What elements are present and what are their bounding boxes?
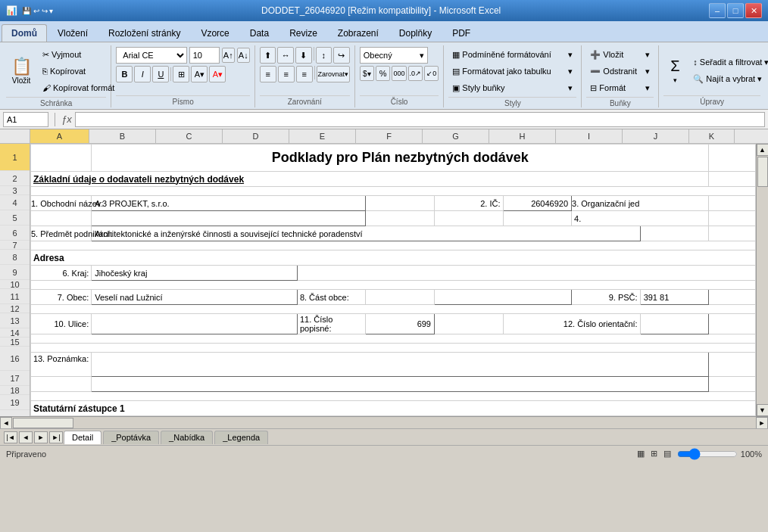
cell-a7[interactable]	[31, 241, 756, 250]
cell-b17[interactable]	[92, 377, 709, 392]
cell-e9[interactable]	[297, 266, 755, 281]
cell-f4[interactable]	[366, 196, 435, 211]
sheet-tab-legenda[interactable]: _Legenda	[214, 431, 268, 444]
maximize-button[interactable]: □	[727, 3, 744, 18]
cell-g11[interactable]	[434, 290, 571, 305]
cell-k1[interactable]	[709, 145, 756, 172]
thousands-button[interactable]: 000	[392, 66, 406, 81]
cell-a1[interactable]	[31, 145, 92, 172]
format-as-table-button[interactable]: ▤ Formátovat jako tabulku ▾	[448, 64, 576, 79]
cell-styles-button[interactable]: ▣ Styly buňky ▾	[448, 80, 576, 95]
cell-j13[interactable]	[640, 314, 709, 334]
vertical-scrollbar[interactable]: ▲ ▼	[756, 144, 768, 416]
sheet-nav-next[interactable]: ►	[34, 431, 48, 443]
cell-b5[interactable]	[92, 211, 366, 226]
zoom-slider[interactable]	[677, 448, 738, 460]
scroll-thumb[interactable]	[757, 157, 768, 187]
cell-b13[interactable]	[92, 314, 298, 334]
cut-button[interactable]: ✂ Vyjmout	[39, 47, 118, 62]
cell-b11[interactable]: Veselí nad Lužnicí	[92, 290, 298, 305]
col-header-c[interactable]: C	[156, 129, 223, 143]
insert-cells-button[interactable]: ➕ Vložit ▾	[586, 47, 654, 62]
cell-b4[interactable]: A 3 PROJEKT, s.r.o.	[92, 196, 366, 211]
paste-button[interactable]: 📋 Vložit	[6, 50, 36, 92]
sheet-tab-detail[interactable]: Detail	[64, 431, 101, 444]
col-header-h[interactable]: H	[489, 129, 556, 143]
col-header-k[interactable]: K	[689, 129, 735, 143]
cell-a13[interactable]: 10. Ulice:	[31, 314, 92, 334]
sheet-tab-nabidka[interactable]: _Nabídka	[161, 431, 213, 444]
cell-k6[interactable]	[709, 226, 756, 241]
tab-page-layout[interactable]: Rozložení stránky	[98, 24, 190, 42]
align-top-button[interactable]: ⬆	[260, 47, 276, 64]
sheet-tab-poptavka[interactable]: _Poptávka	[103, 431, 159, 444]
cell-a3[interactable]	[31, 187, 756, 196]
tab-review[interactable]: Revize	[279, 24, 327, 42]
col-header-a[interactable]: A	[30, 129, 89, 143]
sort-filter-button[interactable]: ↕ Seřadit a filtrovat ▾	[689, 54, 768, 70]
tab-formulas[interactable]: Vzorce	[191, 24, 239, 42]
cell-f13[interactable]: 699	[366, 314, 435, 334]
scroll-right-button[interactable]: ►	[756, 417, 768, 429]
cell-h4[interactable]: 26046920	[503, 196, 572, 211]
tab-insert[interactable]: Vložení	[48, 24, 98, 42]
underline-button[interactable]: U	[152, 66, 169, 82]
cell-k17[interactable]	[709, 377, 756, 392]
merge-center-button[interactable]: Zarovnat▾	[317, 66, 350, 82]
text-direction-button[interactable]: ↕	[316, 47, 332, 64]
conditional-formatting-button[interactable]: ▦ Podmíněné formátování ▾	[448, 47, 576, 62]
indent-increase-button[interactable]: ↪	[333, 47, 350, 64]
minimize-button[interactable]: –	[709, 3, 726, 18]
sheet-nav-prev[interactable]: ◄	[19, 431, 33, 443]
font-size-decrease-button[interactable]: A↓	[237, 48, 250, 63]
scroll-down-button[interactable]: ▼	[757, 404, 769, 416]
scroll-track[interactable]	[757, 156, 768, 404]
font-color-button[interactable]: A▾	[209, 66, 226, 82]
cell-a2[interactable]: Základní údaje o dodavateli nezbytných d…	[31, 172, 709, 187]
fill-color-button[interactable]: A▾	[191, 66, 208, 82]
col-header-e[interactable]: E	[289, 129, 356, 143]
cell-a9[interactable]: 6. Kraj:	[31, 266, 92, 281]
cell-a14[interactable]	[31, 334, 756, 344]
cell-h13[interactable]: 12. Číslo orientační:	[503, 314, 640, 334]
cell-a10[interactable]	[31, 281, 756, 290]
cells-area[interactable]: Podklady pro Plán nezbytných dodávek Zák…	[30, 144, 756, 416]
cell-a19[interactable]: Statutární zástupce 1	[31, 401, 756, 416]
cell-g13[interactable]	[434, 314, 503, 334]
decrease-decimal-button[interactable]: ↙0	[424, 66, 439, 81]
cell-a4[interactable]: 1. Obchodní název:	[31, 196, 92, 211]
tab-view[interactable]: Zobrazení	[328, 24, 389, 42]
cell-f5[interactable]	[366, 211, 435, 226]
cell-a11[interactable]: 7. Obec:	[31, 290, 92, 305]
tab-data[interactable]: Data	[240, 24, 279, 42]
font-name-select[interactable]: Arial CE	[116, 47, 186, 64]
cell-k11[interactable]	[709, 290, 756, 305]
cell-h5[interactable]	[503, 211, 572, 226]
bold-button[interactable]: B	[116, 66, 133, 82]
col-header-b[interactable]: B	[89, 129, 156, 143]
cell-b16[interactable]	[92, 353, 709, 377]
scroll-left-button[interactable]: ◄	[0, 417, 12, 429]
cell-g4[interactable]: 2. IČ:	[434, 196, 503, 211]
align-center-button[interactable]: ≡	[278, 66, 295, 82]
cell-e11[interactable]: 8. Část obce:	[297, 290, 366, 305]
format-painter-button[interactable]: 🖌 Kopírovat formát	[39, 80, 118, 95]
cell-b1[interactable]: Podklady pro Plán nezbytných dodávek	[92, 145, 709, 172]
cell-i5[interactable]: 4.	[572, 211, 709, 226]
accounting-format-button[interactable]: $▾	[360, 66, 374, 81]
cell-k2[interactable]	[709, 172, 756, 187]
col-header-j[interactable]: J	[623, 129, 689, 143]
view-page-break-button[interactable]: ▤	[663, 449, 671, 459]
align-bottom-button[interactable]: ⬇	[295, 47, 312, 64]
col-header-f[interactable]: F	[356, 129, 423, 143]
copy-button[interactable]: ⎘ Kopírovat	[39, 64, 118, 79]
h-scroll-track[interactable]	[12, 417, 756, 429]
formula-input[interactable]	[75, 112, 765, 127]
scroll-up-button[interactable]: ▲	[757, 144, 769, 156]
find-select-button[interactable]: 🔍 Najít a vybrat ▾	[689, 71, 768, 86]
cell-i4[interactable]: 3. Organizační jed	[572, 196, 709, 211]
col-header-i[interactable]: I	[556, 129, 623, 143]
cell-k5[interactable]	[709, 211, 756, 226]
cell-g5[interactable]	[434, 211, 503, 226]
cell-f11[interactable]	[366, 290, 435, 305]
